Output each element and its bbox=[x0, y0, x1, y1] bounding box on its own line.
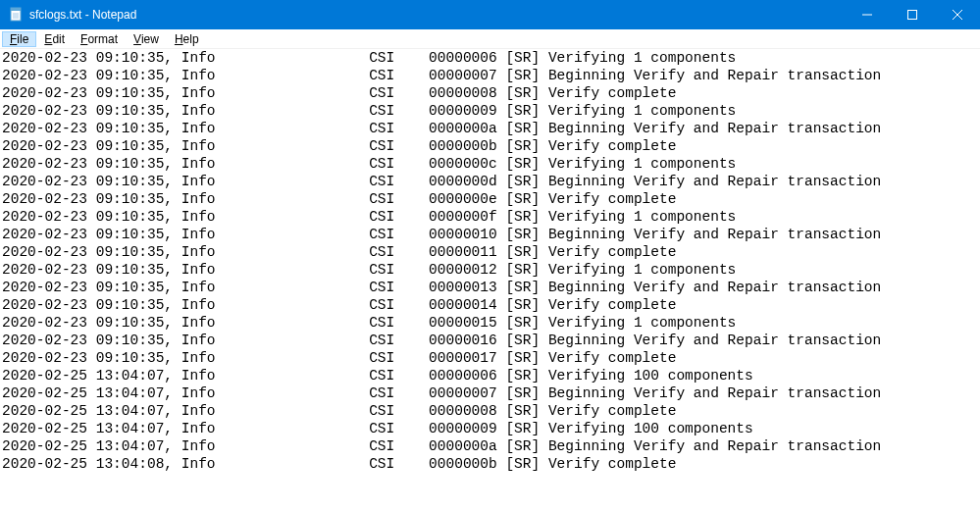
log-line: 2020-02-23 09:10:35, Info CSI 00000016 [… bbox=[2, 332, 978, 349]
menu-format[interactable]: Format bbox=[73, 31, 126, 47]
close-button[interactable] bbox=[935, 0, 980, 29]
menu-file[interactable]: File bbox=[2, 31, 36, 47]
menu-help[interactable]: Help bbox=[167, 31, 207, 47]
log-line: 2020-02-23 09:10:35, Info CSI 00000013 [… bbox=[2, 279, 978, 296]
log-line: 2020-02-23 09:10:35, Info CSI 0000000f [… bbox=[2, 208, 978, 226]
titlebar-left: sfclogs.txt - Notepad bbox=[8, 7, 136, 23]
window-controls bbox=[845, 0, 980, 29]
menu-edit[interactable]: Edit bbox=[36, 31, 73, 47]
log-line: 2020-02-23 09:10:35, Info CSI 00000008 [… bbox=[2, 84, 978, 102]
menubar: File Edit Format View Help bbox=[0, 29, 980, 49]
log-line: 2020-02-23 09:10:35, Info CSI 0000000c [… bbox=[2, 155, 978, 173]
log-line: 2020-02-23 09:10:35, Info CSI 00000012 [… bbox=[2, 261, 978, 279]
log-line: 2020-02-23 09:10:35, Info CSI 00000014 [… bbox=[2, 296, 978, 314]
log-line: 2020-02-25 13:04:07, Info CSI 0000000a [… bbox=[2, 437, 978, 455]
text-area[interactable]: 2020-02-23 09:10:35, Info CSI 00000006 [… bbox=[0, 49, 980, 473]
log-line: 2020-02-25 13:04:07, Info CSI 00000007 [… bbox=[2, 384, 978, 402]
log-line: 2020-02-23 09:10:35, Info CSI 00000007 [… bbox=[2, 67, 978, 84]
menu-view[interactable]: View bbox=[126, 31, 167, 47]
log-line: 2020-02-25 13:04:07, Info CSI 00000009 [… bbox=[2, 420, 978, 437]
log-line: 2020-02-23 09:10:35, Info CSI 00000010 [… bbox=[2, 226, 978, 243]
log-line: 2020-02-25 13:04:07, Info CSI 00000006 [… bbox=[2, 367, 978, 384]
log-line: 2020-02-23 09:10:35, Info CSI 00000009 [… bbox=[2, 102, 978, 120]
notepad-icon bbox=[8, 7, 24, 23]
log-line: 2020-02-23 09:10:35, Info CSI 0000000d [… bbox=[2, 173, 978, 190]
log-line: 2020-02-25 13:04:08, Info CSI 0000000b [… bbox=[2, 455, 978, 473]
log-line: 2020-02-23 09:10:35, Info CSI 00000011 [… bbox=[2, 243, 978, 261]
log-line: 2020-02-23 09:10:35, Info CSI 0000000e [… bbox=[2, 190, 978, 208]
maximize-button[interactable] bbox=[890, 0, 935, 29]
log-line: 2020-02-23 09:10:35, Info CSI 00000006 [… bbox=[2, 49, 978, 67]
minimize-button[interactable] bbox=[845, 0, 890, 29]
log-line: 2020-02-23 09:10:35, Info CSI 0000000a [… bbox=[2, 120, 978, 137]
log-line: 2020-02-25 13:04:07, Info CSI 00000008 [… bbox=[2, 402, 978, 420]
log-line: 2020-02-23 09:10:35, Info CSI 00000017 [… bbox=[2, 349, 978, 367]
log-line: 2020-02-23 09:10:35, Info CSI 0000000b [… bbox=[2, 137, 978, 155]
svg-rect-6 bbox=[908, 11, 917, 20]
titlebar[interactable]: sfclogs.txt - Notepad bbox=[0, 0, 980, 29]
log-line: 2020-02-23 09:10:35, Info CSI 00000015 [… bbox=[2, 314, 978, 332]
svg-rect-1 bbox=[11, 8, 21, 11]
window-title: sfclogs.txt - Notepad bbox=[29, 8, 136, 22]
